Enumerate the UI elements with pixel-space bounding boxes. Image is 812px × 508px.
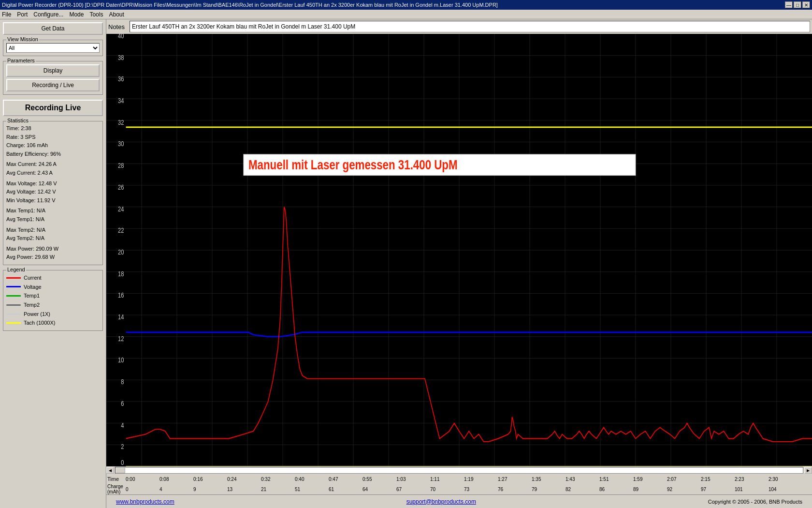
recording-live-button[interactable]: Recording / Live (6, 79, 100, 91)
view-mission-group: View Mission All (3, 40, 103, 56)
stat-time: Time: 2:38 (6, 124, 100, 133)
svg-text:6: 6 (121, 400, 124, 408)
svg-text:0: 0 (121, 459, 124, 466)
statistics-group: Statistics Time: 2:38 Rate: 3 SPS Charge… (3, 121, 103, 265)
legend-temp2: Temp2 (6, 300, 100, 310)
legend-current-label: Current (24, 273, 42, 283)
legend-temp1-line (6, 295, 21, 297)
display-button[interactable]: Display (6, 64, 100, 77)
stat-battery-efficiency: Battery Efficiency: 96% (6, 150, 100, 159)
scrollbar-right-arrow[interactable]: ▶ (804, 467, 812, 474)
main-layout: Get Data View Mission All Parameters Dis… (0, 19, 812, 508)
stat-max-power: Max Power: 290.09 W (6, 245, 100, 254)
charge-axis-label: Charge(mAh) (107, 484, 123, 494)
notes-label: Notes (108, 23, 128, 30)
titlebar: Digital Power Recorder (DPR-100) [D:\DPR… (0, 0, 812, 10)
close-btn[interactable]: ✕ (802, 1, 810, 8)
menu-tools[interactable]: Tools (89, 11, 103, 18)
chart-svg: 40 38 36 34 32 30 28 26 24 22 20 18 16 1… (106, 34, 812, 466)
svg-text:36: 36 (118, 75, 124, 83)
time-axis-label: Time (107, 476, 119, 482)
menu-mode[interactable]: Mode (69, 11, 84, 18)
stat-max-temp1: Max Temp1: N/A (6, 207, 100, 215)
legend-tach-line (6, 322, 21, 324)
stat-avg-temp1: Avg Temp1: N/A (6, 215, 100, 224)
svg-text:28: 28 (118, 162, 124, 170)
legend-tach: Tach (1000X) (6, 318, 100, 328)
legend-voltage: Voltage (6, 283, 100, 292)
svg-text:34: 34 (118, 97, 124, 105)
stat-avg-power: Avg Power: 29.68 W (6, 253, 100, 262)
svg-text:24: 24 (118, 205, 124, 213)
svg-text:Manuell mit Laser gemessen 31.: Manuell mit Laser gemessen 31.400 UpM (248, 157, 458, 172)
footer-email[interactable]: support@bnbproducts.com (406, 498, 476, 505)
footer-website[interactable]: www.bnbproducts.com (116, 498, 174, 505)
svg-text:2: 2 (121, 443, 124, 451)
svg-text:30: 30 (118, 140, 124, 148)
svg-text:16: 16 (118, 292, 124, 299)
legend-power-label: Power (1X) (24, 310, 50, 319)
notes-input[interactable] (130, 21, 810, 32)
legend-tach-label: Tach (1000X) (24, 318, 55, 328)
svg-text:4: 4 (121, 421, 124, 429)
footer-copyright: Copyright © 2005 - 2006, BNB Products (708, 499, 802, 505)
legend-voltage-label: Voltage (24, 283, 42, 292)
svg-text:14: 14 (118, 314, 124, 321)
svg-text:38: 38 (118, 54, 124, 61)
left-panel: Get Data View Mission All Parameters Dis… (0, 19, 106, 508)
parameters-label: Parameters (6, 58, 36, 63)
svg-text:10: 10 (118, 357, 124, 364)
svg-text:32: 32 (118, 119, 124, 127)
right-panel: Notes (106, 19, 812, 508)
chart-container: 40 38 36 34 32 30 28 26 24 22 20 18 16 1… (106, 34, 812, 466)
scrollbar-thumb[interactable] (116, 467, 125, 473)
stat-max-voltage: Max Voltage: 12.48 V (6, 179, 100, 188)
titlebar-title: Digital Power Recorder (DPR-100) [D:\DPR… (2, 2, 498, 8)
stat-avg-temp2: Avg Temp2: N/A (6, 234, 100, 243)
legend-temp2-line (6, 304, 21, 306)
stat-avg-current: Avg Current: 2.43 A (6, 169, 100, 178)
charge-axis: Charge(mAh) 0 4 9 13 21 51 61 64 67 70 7… (106, 484, 812, 494)
view-mission-select[interactable]: All (6, 43, 100, 53)
stat-charge: Charge: 106 mAh (6, 141, 100, 150)
maximize-btn[interactable]: □ (794, 1, 801, 8)
legend-voltage-line (6, 286, 21, 287)
menu-port[interactable]: Port (17, 11, 28, 18)
parameters-group: Parameters Display Recording / Live (3, 61, 103, 95)
menu-configure[interactable]: Configure... (33, 11, 63, 18)
svg-text:20: 20 (118, 249, 124, 256)
get-data-button[interactable]: Get Data (3, 22, 103, 35)
svg-text:40: 40 (118, 34, 124, 40)
footer: www.bnbproducts.com support@bnbproducts.… (106, 494, 812, 508)
legend-temp1: Temp1 (6, 291, 100, 300)
scrollbar-left-arrow[interactable]: ◀ (106, 467, 114, 474)
stat-rate: Rate: 3 SPS (6, 133, 100, 142)
scrollbar-track[interactable] (115, 467, 803, 474)
svg-text:22: 22 (118, 227, 124, 235)
notes-bar: Notes (106, 19, 812, 34)
scrollbar-row: ◀ ▶ (106, 466, 812, 474)
legend-group: Legend Current Voltage Temp1 Temp2 (3, 270, 103, 331)
view-mission-label: View Mission (6, 36, 39, 42)
time-axis-labels: 0:00 0:08 0:16 0:24 0:32 0:40 0:47 0:55 … (126, 477, 812, 482)
menubar: File Port Configure... Mode Tools About (0, 10, 812, 19)
legend-temp2-label: Temp2 (24, 300, 40, 310)
legend-power-line (6, 314, 21, 315)
legend-current-line (6, 277, 21, 279)
time-axis: Time 0:00 0:08 0:16 0:24 0:32 0:40 0:47 … (106, 474, 812, 484)
legend-power: Power (1X) (6, 310, 100, 319)
legend-label: Legend (6, 267, 26, 272)
legend-temp1-label: Temp1 (24, 291, 40, 300)
svg-text:12: 12 (118, 335, 124, 343)
legend-content: Current Voltage Temp1 Temp2 Power (1X) (6, 273, 100, 328)
minimize-btn[interactable]: — (785, 1, 793, 8)
stat-avg-voltage: Avg Voltage: 12.42 V (6, 188, 100, 196)
menu-about[interactable]: About (109, 11, 124, 18)
svg-text:8: 8 (121, 378, 124, 386)
statistics-label: Statistics (6, 118, 29, 123)
charge-axis-labels: 0 4 9 13 21 51 61 64 67 70 73 76 79 82 8… (126, 487, 812, 492)
menu-file[interactable]: File (2, 11, 11, 18)
stat-min-voltage: Min Voltage: 11.92 V (6, 196, 100, 205)
statistics-content: Time: 2:38 Rate: 3 SPS Charge: 106 mAh B… (6, 124, 100, 262)
stat-max-current: Max Current: 24.26 A (6, 160, 100, 169)
